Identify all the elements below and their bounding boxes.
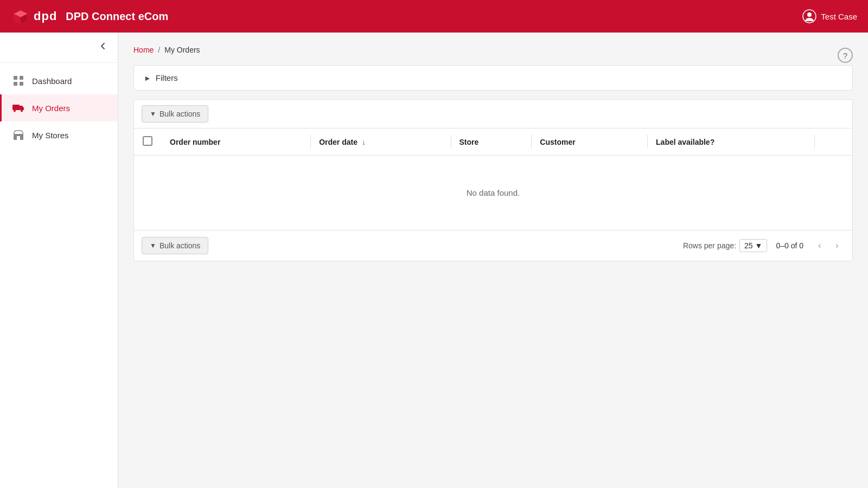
bulk-actions-chevron-icon: ▼ xyxy=(150,110,156,118)
sidebar: Dashboard My Orders xyxy=(0,33,118,488)
sidebar-item-dashboard[interactable]: Dashboard xyxy=(0,67,118,94)
filters-panel: ► Filters xyxy=(133,65,853,91)
table-container: ▼ Bulk actions Order number Ord xyxy=(133,99,853,261)
svg-rect-15 xyxy=(17,136,20,140)
help-button[interactable]: ? xyxy=(838,48,853,63)
top-header: dpd DPD Connect eCom Test Case xyxy=(0,0,868,33)
dpd-brand-text: dpd xyxy=(34,9,57,23)
truck-icon xyxy=(12,102,24,114)
store-icon xyxy=(12,129,24,141)
breadcrumb-current: My Orders xyxy=(164,46,200,54)
breadcrumb-home-link[interactable]: Home xyxy=(133,46,154,54)
rows-per-page-chevron-icon: ▼ xyxy=(755,241,763,250)
content-area: Home / My Orders ? ► Filters ▼ Bulk acti… xyxy=(118,33,868,488)
bulk-actions-bottom-chevron-icon: ▼ xyxy=(150,242,156,249)
rows-per-page-select[interactable]: 25 ▼ xyxy=(739,239,767,252)
svg-rect-9 xyxy=(14,82,17,86)
sidebar-collapse-area xyxy=(0,33,118,63)
dashboard-icon xyxy=(12,75,24,87)
table-header-checkbox-cell xyxy=(134,129,161,156)
table-header-customer[interactable]: Customer xyxy=(531,129,647,156)
rows-per-page-value: 25 xyxy=(744,241,753,250)
orders-table: Order number Order date ↓ Store Customer xyxy=(134,129,852,230)
breadcrumb-separator: / xyxy=(158,46,160,54)
user-area[interactable]: Test Case xyxy=(802,9,857,23)
svg-rect-7 xyxy=(14,76,17,80)
empty-state-message: No data found. xyxy=(467,188,520,197)
table-bottom-bar: ▼ Bulk actions Rows per page: 25 ▼ 0–0 o… xyxy=(134,230,852,261)
table-empty-row: No data found. xyxy=(134,156,852,230)
order-date-sort-icon: ↓ xyxy=(362,138,366,146)
filters-label: Filters xyxy=(156,73,178,82)
bulk-actions-bottom-button[interactable]: ▼ Bulk actions xyxy=(142,237,208,254)
dpd-logo: dpd xyxy=(11,7,57,26)
sidebar-item-my-stores[interactable]: My Stores xyxy=(0,121,118,149)
pagination-nav-buttons: ‹ › xyxy=(812,238,845,253)
my-stores-label: My Stores xyxy=(32,131,69,140)
empty-state: No data found. xyxy=(134,156,852,230)
my-orders-label: My Orders xyxy=(32,104,70,113)
next-page-button[interactable]: › xyxy=(829,238,845,253)
sidebar-collapse-button[interactable] xyxy=(96,39,110,56)
svg-point-13 xyxy=(21,110,23,112)
filters-toggle[interactable]: ► Filters xyxy=(134,66,852,90)
user-name-label: Test Case xyxy=(821,12,857,21)
table-header-order-number[interactable]: Order number xyxy=(161,129,310,156)
app-title: DPD Connect eCom xyxy=(66,10,802,23)
sidebar-nav: Dashboard My Orders xyxy=(0,63,118,153)
main-layout: Dashboard My Orders xyxy=(0,33,868,488)
user-avatar-icon xyxy=(802,9,816,23)
filters-chevron-icon: ► xyxy=(144,74,151,82)
bulk-actions-top-button[interactable]: ▼ Bulk actions xyxy=(142,105,208,123)
pagination-area: Rows per page: 25 ▼ 0–0 of 0 ‹ › xyxy=(683,238,845,253)
bulk-actions-top-bar: ▼ Bulk actions xyxy=(134,100,852,129)
bulk-actions-top-label: Bulk actions xyxy=(159,110,200,118)
table-body: No data found. xyxy=(134,156,852,230)
sidebar-item-my-orders[interactable]: My Orders xyxy=(0,94,118,121)
svg-rect-8 xyxy=(20,76,23,80)
table-header-actions xyxy=(814,129,852,156)
breadcrumb: Home / My Orders xyxy=(133,46,200,54)
bulk-actions-bottom-label: Bulk actions xyxy=(159,241,200,250)
table-header-store[interactable]: Store xyxy=(451,129,532,156)
page-range-label: 0–0 of 0 xyxy=(776,241,803,250)
chevron-left-icon xyxy=(98,41,108,51)
table-header-label-available[interactable]: Label available? xyxy=(647,129,814,156)
table-header-order-date[interactable]: Order date ↓ xyxy=(310,129,450,156)
svg-point-12 xyxy=(14,110,16,112)
dashboard-label: Dashboard xyxy=(32,76,72,86)
select-all-checkbox[interactable] xyxy=(143,136,152,146)
rows-per-page-label: Rows per page: xyxy=(683,241,736,250)
svg-rect-11 xyxy=(12,105,20,110)
rows-per-page-area: Rows per page: 25 ▼ xyxy=(683,239,768,252)
svg-point-6 xyxy=(807,12,812,17)
table-header: Order number Order date ↓ Store Customer xyxy=(134,129,852,156)
breadcrumb-row: Home / My Orders ? xyxy=(133,46,853,65)
svg-rect-10 xyxy=(20,82,23,86)
dpd-cube-icon xyxy=(11,7,30,26)
prev-page-button[interactable]: ‹ xyxy=(812,238,827,253)
